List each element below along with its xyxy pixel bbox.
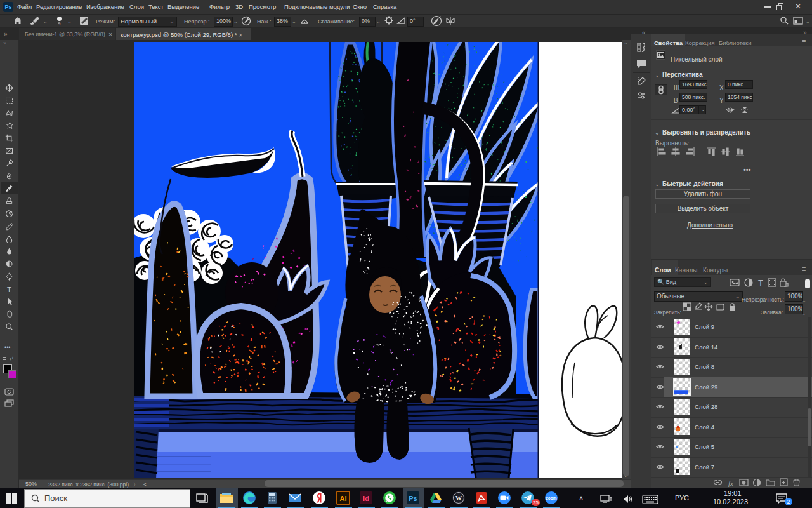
- svg-text:T: T: [7, 286, 11, 293]
- svg-text:zoom: zoom: [546, 496, 557, 500]
- svg-text:Id: Id: [363, 495, 369, 502]
- svg-text:W: W: [455, 495, 462, 502]
- svg-text:Ps: Ps: [409, 495, 417, 502]
- svg-text:fx: fx: [728, 479, 733, 487]
- svg-text:Ai: Ai: [340, 495, 347, 502]
- svg-text:T: T: [758, 278, 763, 288]
